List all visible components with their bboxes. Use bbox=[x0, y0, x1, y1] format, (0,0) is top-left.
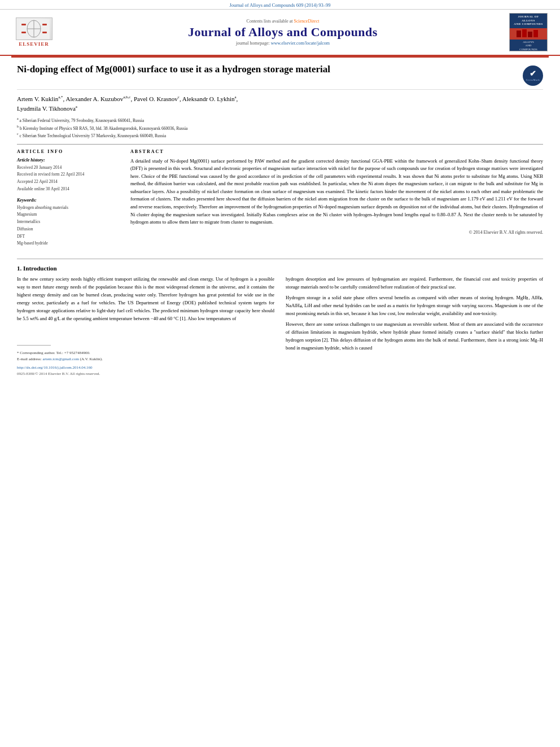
doi-line: http://dx.doi.org/10.1016/j.jallcom.2014… bbox=[17, 365, 274, 371]
journal-title-area: Contents lists available at ScienceDirec… bbox=[62, 19, 504, 46]
abstract-col: ABSTRACT A detailed study of Ni-doped Mg… bbox=[130, 149, 543, 248]
received-date: Received 20 January 2014 bbox=[17, 164, 121, 172]
footnote-email[interactable]: artem.icm@gmail.com bbox=[43, 357, 79, 361]
journal-homepage: journal homepage: www.elsevier.com/locat… bbox=[62, 41, 504, 46]
abstract-text: A detailed study of Ni-doped Mg(0001) su… bbox=[130, 158, 543, 226]
copyright-line: © 2014 Elsevier B.V. All rights reserved… bbox=[130, 230, 543, 235]
accepted-date: Accepted 22 April 2014 bbox=[17, 178, 121, 186]
abstract-heading: ABSTRACT bbox=[130, 149, 543, 154]
elsevier-brand-text: ELSEVIER bbox=[19, 41, 49, 47]
body-right-para2: Hydrogen storage in a solid state phase … bbox=[286, 294, 543, 317]
keywords-label: Keywords: bbox=[17, 198, 121, 203]
svg-rect-5 bbox=[42, 24, 47, 25]
footnote-email-suffix: (A.V. Kuklin). bbox=[80, 357, 103, 361]
body-right-text: hydrogen desorption and low pressures of… bbox=[286, 275, 543, 352]
journal-reference-bar: Journal of Alloys and Compounds 609 (201… bbox=[0, 0, 560, 10]
article-info-abstract-section: ARTICLE INFO Article history: Received 2… bbox=[17, 144, 543, 248]
svg-rect-7 bbox=[42, 32, 47, 33]
footnote-email-line: E-mail address: artem.icm@gmail.com (A.V… bbox=[17, 356, 274, 362]
svg-rect-11 bbox=[528, 32, 532, 37]
affiliation-a: a a Siberian Federal University, 79 Svob… bbox=[17, 116, 543, 124]
body-left-para1: In the new century society needs highly … bbox=[17, 275, 274, 322]
body-content: 1. Introduction In the new century socie… bbox=[0, 265, 560, 387]
keyword-1: Hydrogen absorbing materials bbox=[17, 204, 121, 212]
article-history-content: Received 20 January 2014 Received in rev… bbox=[17, 164, 121, 193]
article-info-col: ARTICLE INFO Article history: Received 2… bbox=[17, 149, 121, 248]
section1-title: 1. Introduction bbox=[17, 265, 543, 272]
logo-mid-graphic bbox=[510, 28, 547, 40]
crossmark-label: CrossMark bbox=[526, 78, 540, 81]
affiliation-b: b b Kirensky Institute of Physics SB RAS… bbox=[17, 124, 543, 132]
doi-url[interactable]: http://dx.doi.org/10.1016/j.jallcom.2014… bbox=[17, 365, 92, 370]
logo-top-text: JOURNAL OFALLOYSAND COMPOUNDS bbox=[510, 14, 547, 28]
journal-header: ELSEVIER Contents lists available at Sci… bbox=[0, 10, 560, 56]
footnote-star-text: * Corresponding author. Tel.: +7 9527484… bbox=[17, 350, 274, 356]
article-history-label: Article history: bbox=[17, 158, 121, 163]
keyword-3: Intermetallics bbox=[17, 219, 121, 226]
crossmark-circle: ✔ CrossMark bbox=[523, 65, 543, 86]
affiliation-c: c c Siberian State Technological Univers… bbox=[17, 132, 543, 139]
elsevier-image bbox=[16, 18, 53, 40]
available-online-date: Available online 30 April 2014 bbox=[17, 186, 121, 193]
body-right-para1: hydrogen desorption and low pressures of… bbox=[286, 275, 543, 291]
body-two-col: In the new century society needs highly … bbox=[17, 275, 543, 376]
svg-rect-12 bbox=[533, 30, 538, 37]
journal-title: Journal of Alloys and Compounds bbox=[62, 25, 504, 40]
crossmark-badge[interactable]: ✔ CrossMark bbox=[523, 65, 543, 86]
article-title: Ni-doping effect of Mg(0001) surface to … bbox=[17, 63, 517, 76]
footnotes-area: * Corresponding author. Tel.: +7 9527484… bbox=[17, 345, 274, 376]
svg-rect-4 bbox=[21, 24, 26, 25]
issn-text: 0925-8388/© 2014 Elsevier B.V. All right… bbox=[17, 372, 274, 376]
affiliations: a a Siberian Federal University, 79 Svob… bbox=[17, 116, 543, 139]
keywords-content: Hydrogen absorbing materials Magnesium I… bbox=[17, 204, 121, 248]
body-right-col: hydrogen desorption and low pressures of… bbox=[286, 275, 543, 376]
body-left-text: In the new century society needs highly … bbox=[17, 275, 274, 322]
logo-bottom-text: ALLOYSANDCOMPOUNDS bbox=[510, 40, 547, 52]
homepage-url[interactable]: www.elsevier.com/locate/jalcom bbox=[271, 41, 330, 46]
article-info-heading: ARTICLE INFO bbox=[17, 149, 121, 154]
keyword-2: Magnesium bbox=[17, 211, 121, 219]
authors-line: Artem V. Kuklina,*, Alexander A. Kuzubov… bbox=[17, 94, 543, 113]
contents-available-text: Contents lists available at ScienceDirec… bbox=[62, 19, 504, 24]
svg-rect-9 bbox=[517, 30, 521, 37]
svg-rect-10 bbox=[522, 29, 527, 37]
journal-logo-box: JOURNAL OFALLOYSAND COMPOUNDS ALLOYSANDC… bbox=[509, 13, 548, 51]
journal-top-reference: Journal of Alloys and Compounds 609 (201… bbox=[229, 2, 330, 8]
footnote-email-label: E-mail address: bbox=[17, 357, 42, 361]
elsevier-logo: ELSEVIER bbox=[11, 18, 56, 47]
keyword-4: Diffusion bbox=[17, 226, 121, 233]
body-right-para3: However, there are some serious challeng… bbox=[286, 320, 543, 352]
journal-logo-right: JOURNAL OFALLOYSAND COMPOUNDS ALLOYSANDC… bbox=[509, 13, 549, 51]
keyword-6: Mg-based hydride bbox=[17, 240, 121, 247]
footnote-divider bbox=[17, 345, 51, 346]
article-title-area: Ni-doping effect of Mg(0001) surface to … bbox=[17, 63, 543, 90]
svg-rect-6 bbox=[21, 32, 26, 33]
section-divider bbox=[17, 259, 543, 259]
main-content: Ni-doping effect of Mg(0001) surface to … bbox=[0, 58, 560, 253]
body-left-col: In the new century society needs highly … bbox=[17, 275, 274, 376]
crossmark-symbol: ✔ bbox=[530, 70, 536, 78]
keyword-5: DFT bbox=[17, 233, 121, 241]
revised-date: Received in revised form 22 April 2014 bbox=[17, 171, 121, 178]
sciencedirect-link[interactable]: ScienceDirect bbox=[294, 19, 320, 24]
